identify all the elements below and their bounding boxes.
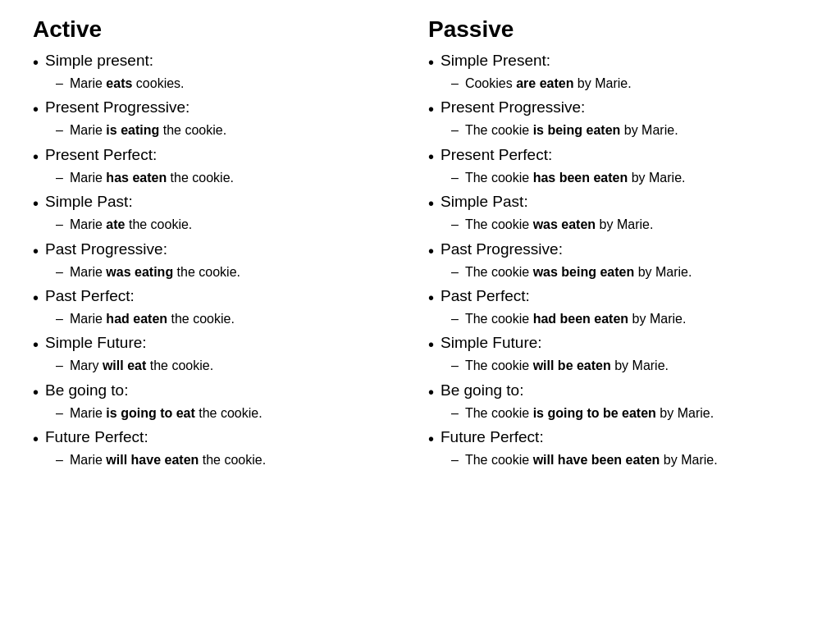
- tense-name: Past Perfect:: [441, 286, 530, 307]
- example-sentence: –Marie is eating the cookie.: [56, 121, 412, 139]
- tense-label: •Past Perfect:: [33, 286, 412, 308]
- tense-label: •Simple Past:: [33, 192, 412, 214]
- verb-bold: are eaten: [516, 76, 573, 90]
- example-sentence: –The cookie will have been eaten by Mari…: [451, 451, 807, 469]
- tense-list-0: •Simple present:–Marie eats cookies.•Pre…: [33, 51, 412, 470]
- verb-bold: was being eaten: [533, 265, 635, 279]
- example-text: Cookies are eaten by Marie.: [465, 75, 632, 93]
- tense-label: •Simple Future:: [33, 333, 412, 355]
- list-item: •Simple present:–Marie eats cookies.: [33, 51, 412, 93]
- dash-icon: –: [56, 451, 63, 469]
- list-item: •Past Perfect:–The cookie had been eaten…: [428, 286, 807, 328]
- list-item: •Simple Past:–Marie ate the cookie.: [33, 192, 412, 234]
- bullet-icon: •: [428, 52, 434, 73]
- tense-label: •Present Perfect:: [428, 145, 807, 167]
- example-text: The cookie was being eaten by Marie.: [465, 263, 692, 281]
- list-item: •Simple Past:–The cookie was eaten by Ma…: [428, 192, 807, 234]
- verb-bold: is going to be eaten: [533, 406, 656, 420]
- verb-bold: was eaten: [533, 217, 596, 231]
- example-text: Marie ate the cookie.: [70, 216, 192, 234]
- list-item: •Past Progressive:–Marie was eating the …: [33, 240, 412, 281]
- dash-icon: –: [451, 121, 459, 139]
- example-text: Mary will eat the cookie.: [70, 357, 213, 375]
- tense-label: •Be going to:: [33, 381, 412, 403]
- tense-label: •Future Perfect:: [428, 427, 807, 450]
- example-text: The cookie was eaten by Marie.: [465, 216, 653, 234]
- example-text: Marie has eaten the cookie.: [70, 169, 234, 187]
- column-active: Active•Simple present:–Marie eats cookie…: [25, 16, 420, 475]
- verb-bold: is going to eat: [106, 406, 194, 420]
- example-text: Marie will have eaten the cookie.: [70, 451, 266, 469]
- list-item: •Be going to:–The cookie is going to be …: [428, 381, 807, 422]
- dash-icon: –: [56, 310, 63, 328]
- verb-bold: ate: [106, 217, 125, 231]
- tense-label: •Present Progressive:: [428, 98, 807, 120]
- example-sentence: –The cookie is being eaten by Marie.: [451, 121, 807, 139]
- tense-label: •Past Progressive:: [33, 240, 412, 262]
- bullet-icon: •: [428, 98, 434, 120]
- example-text: The cookie has been eaten by Marie.: [465, 169, 686, 187]
- dash-icon: –: [451, 451, 459, 469]
- verb-bold: will be eaten: [533, 358, 611, 372]
- dash-icon: –: [451, 75, 459, 93]
- example-sentence: –Mary will eat the cookie.: [56, 357, 412, 375]
- bullet-icon: •: [33, 334, 39, 355]
- tense-name: Present Perfect:: [45, 145, 157, 166]
- example-sentence: –The cookie had been eaten by Marie.: [451, 310, 807, 328]
- tense-name: Present Perfect:: [441, 145, 552, 166]
- verb-bold: will have eaten: [106, 453, 199, 467]
- example-sentence: –The cookie is going to be eaten by Mari…: [451, 404, 807, 422]
- example-text: The cookie is going to be eaten by Marie…: [465, 404, 714, 422]
- tense-label: •Simple Future:: [428, 333, 807, 355]
- example-sentence: –Marie ate the cookie.: [56, 216, 412, 234]
- bullet-icon: •: [428, 240, 434, 262]
- tense-label: •Simple Past:: [428, 192, 807, 214]
- list-item: •Simple Future:–Mary will eat the cookie…: [33, 333, 412, 375]
- tense-name: Be going to:: [441, 381, 523, 401]
- list-item: •Simple Future:–The cookie will be eaten…: [428, 333, 807, 375]
- tense-label: •Future Perfect:: [33, 427, 412, 450]
- tense-label: •Present Perfect:: [33, 145, 412, 167]
- list-item: •Present Perfect:–Marie has eaten the co…: [33, 145, 412, 187]
- tense-name: Simple Past:: [441, 192, 528, 212]
- tense-label: •Simple Present:: [428, 51, 807, 73]
- bullet-icon: •: [428, 428, 434, 450]
- tense-name: Past Progressive:: [45, 240, 167, 260]
- dash-icon: –: [56, 404, 63, 422]
- tense-list-1: •Simple Present:–Cookies are eaten by Ma…: [428, 51, 807, 470]
- verb-bold: will eat: [103, 358, 146, 372]
- dash-icon: –: [451, 310, 459, 328]
- dash-icon: –: [451, 357, 459, 375]
- tense-name: Past Perfect:: [45, 286, 135, 307]
- tense-name: Future Perfect:: [441, 427, 544, 448]
- list-item: •Present Perfect:–The cookie has been ea…: [428, 145, 807, 187]
- example-sentence: –Marie will have eaten the cookie.: [56, 451, 412, 469]
- example-sentence: –The cookie has been eaten by Marie.: [451, 169, 807, 187]
- bullet-icon: •: [428, 381, 434, 403]
- list-item: •Past Progressive:–The cookie was being …: [428, 240, 807, 281]
- example-text: Marie was eating the cookie.: [70, 263, 240, 281]
- bullet-icon: •: [33, 52, 39, 73]
- example-sentence: –The cookie was being eaten by Marie.: [451, 263, 807, 281]
- example-text: Marie had eaten the cookie.: [70, 310, 235, 328]
- example-text: The cookie will be eaten by Marie.: [465, 357, 669, 375]
- verb-bold: has been eaten: [533, 171, 628, 185]
- list-item: •Past Perfect:–Marie had eaten the cooki…: [33, 286, 412, 328]
- dash-icon: –: [56, 121, 63, 139]
- list-item: •Present Progressive:–Marie is eating th…: [33, 98, 412, 139]
- tense-name: Be going to:: [45, 381, 128, 401]
- example-text: Marie is eating the cookie.: [70, 121, 226, 139]
- tense-label: •Past Perfect:: [428, 286, 807, 308]
- list-item: •Future Perfect:–The cookie will have be…: [428, 427, 807, 469]
- tense-name: Simple Present:: [441, 51, 550, 71]
- dash-icon: –: [451, 263, 459, 281]
- dash-icon: –: [56, 75, 63, 93]
- verb-bold: is being eaten: [533, 123, 621, 137]
- tense-label: •Past Progressive:: [428, 240, 807, 262]
- bullet-icon: •: [33, 98, 39, 120]
- list-item: •Present Progressive:–The cookie is bein…: [428, 98, 807, 139]
- tense-name: Past Progressive:: [441, 240, 563, 260]
- tense-label: •Simple present:: [33, 51, 412, 73]
- tense-label: •Be going to:: [428, 381, 807, 403]
- tense-name: Future Perfect:: [45, 427, 148, 448]
